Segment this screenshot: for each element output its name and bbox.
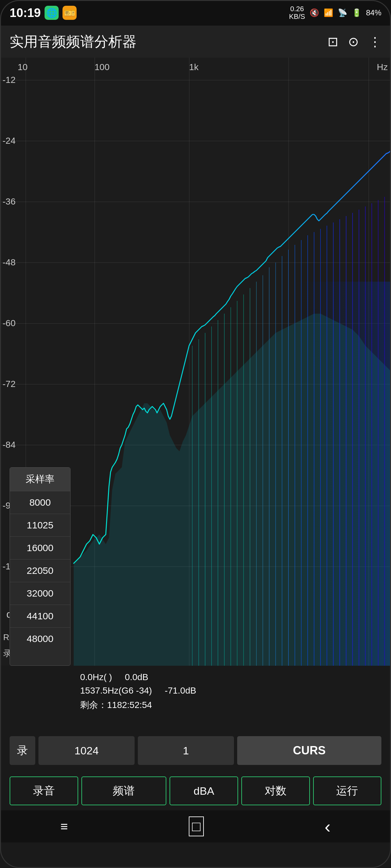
info-panel: 采样率 8000 11025 16000 22050 32000 44100 4… bbox=[0, 666, 391, 730]
status-left: 10:19 🌐 🎫 bbox=[9, 6, 77, 20]
header-icons: ⊡ ⊙ ⋮ bbox=[328, 34, 381, 49]
peak-freq: 1537.5Hz(G6 -34) bbox=[80, 686, 152, 696]
record-small-btn[interactable]: 录 bbox=[9, 736, 35, 765]
status-bar: 10:19 🌐 🎫 0.26 KB/S 🔇 📶 📡 🔋 84% bbox=[0, 0, 391, 26]
battery-percent: 84% bbox=[366, 8, 381, 17]
cursor-db: 0.0dB bbox=[125, 672, 148, 682]
peak-info-row: 1537.5Hz(G6 -34) -71.0dB bbox=[80, 686, 381, 696]
bottom-tabs: 录音 频谱 dBA 对数 运行 bbox=[0, 771, 391, 810]
sample-16000[interactable]: 16000 bbox=[10, 536, 70, 559]
tab-dba[interactable]: dBA bbox=[170, 776, 238, 805]
cursor-freq: 0.0Hz( ) bbox=[80, 672, 112, 682]
sample-44100[interactable]: 44100 bbox=[10, 604, 70, 627]
controls-row: 录 1024 1 CURS bbox=[0, 730, 391, 771]
wifi-icon: 📡 bbox=[338, 8, 347, 17]
status-time: 10:19 bbox=[9, 6, 41, 20]
network-speed: 0.26 KB/S bbox=[289, 5, 305, 21]
sample-rate-dropdown[interactable]: 采样率 8000 11025 16000 22050 32000 44100 4… bbox=[9, 467, 71, 666]
sample-22050[interactable]: 22050 bbox=[10, 559, 70, 582]
signal-icon: 📶 bbox=[324, 8, 333, 17]
remaining-time: 剩余：1182:52:54 bbox=[80, 699, 152, 711]
nav-home-icon[interactable]: □ bbox=[189, 816, 204, 836]
battery-icon: 🔋 bbox=[352, 8, 362, 17]
app-title: 实用音频频谱分析器 bbox=[9, 32, 137, 51]
tab-run[interactable]: 运行 bbox=[313, 776, 382, 805]
mute-icon: 🔇 bbox=[310, 8, 319, 17]
cursor-info-row: 0.0Hz( ) 0.0dB bbox=[80, 672, 381, 682]
status-right: 0.26 KB/S 🔇 📶 📡 🔋 84% bbox=[289, 5, 381, 21]
curs-btn[interactable]: CURS bbox=[237, 736, 381, 765]
app-header: 实用音频频谱分析器 ⊡ ⊙ ⋮ bbox=[0, 26, 391, 58]
avg-btn[interactable]: 1 bbox=[138, 736, 234, 765]
more-icon[interactable]: ⋮ bbox=[368, 34, 381, 49]
tab-record[interactable]: 录音 bbox=[9, 776, 78, 805]
nav-menu-icon[interactable]: ≡ bbox=[61, 819, 68, 834]
sample-11025[interactable]: 11025 bbox=[10, 514, 70, 536]
dropdown-header: 采样率 bbox=[10, 468, 70, 491]
fullscreen-icon[interactable]: ⊡ bbox=[328, 34, 338, 49]
peak-db: -71.0dB bbox=[165, 686, 196, 696]
target-icon[interactable]: ⊙ bbox=[348, 34, 359, 49]
nav-back-icon[interactable]: ‹ bbox=[325, 816, 331, 837]
fft-size-btn[interactable]: 1024 bbox=[38, 736, 135, 765]
tab-spectrum[interactable]: 频谱 bbox=[81, 776, 167, 805]
app-icon-2: 🎫 bbox=[62, 6, 77, 20]
remaining-row: 剩余：1182:52:54 bbox=[80, 699, 381, 711]
sample-8000[interactable]: 8000 bbox=[10, 491, 70, 514]
sample-32000[interactable]: 32000 bbox=[10, 582, 70, 604]
app-icon-1: 🌐 bbox=[45, 6, 59, 20]
tab-log[interactable]: 对数 bbox=[241, 776, 310, 805]
nav-bar: ≡ □ ‹ bbox=[0, 810, 391, 842]
sample-48000[interactable]: 48000 bbox=[10, 627, 70, 650]
